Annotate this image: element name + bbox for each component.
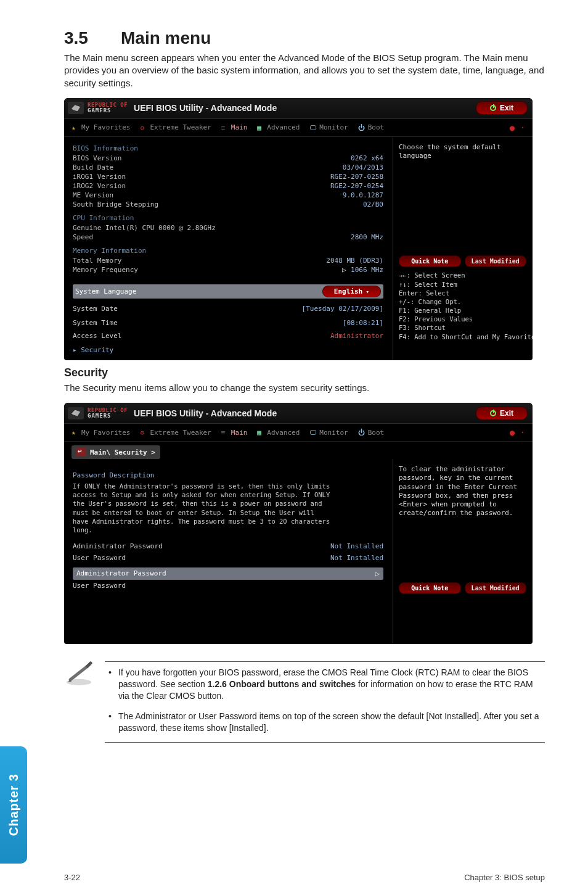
rog-logo-icon bbox=[68, 102, 84, 114]
row-set-user-password[interactable]: User Password bbox=[73, 580, 383, 592]
group-memory-info: Memory Information bbox=[73, 247, 383, 255]
page-footer: 3-22 Chapter 3: BIOS setup bbox=[0, 873, 588, 882]
row-bios-version: BIOS Version0262 x64 bbox=[73, 154, 383, 163]
password-description-title: Password Description bbox=[73, 471, 383, 479]
password-description-text: If ONLY the Administrator's password is … bbox=[73, 482, 332, 534]
tab-advanced[interactable]: Advanced bbox=[257, 429, 300, 437]
power-icon bbox=[490, 105, 496, 111]
row-irog2: iROG2 VersionRGE2-207-0254 bbox=[73, 181, 383, 191]
breadcrumb-text: Main\ Security > bbox=[90, 448, 155, 456]
section-heading: 3.5Main menu bbox=[64, 28, 545, 48]
note-item-1: If you have forgotten your BIOS password… bbox=[105, 667, 545, 702]
exit-label: Exit bbox=[500, 104, 513, 112]
bios-screenshot-security: REPUBLIC OF GAMERS UEFI BIOS Utility - A… bbox=[64, 403, 533, 644]
row-total-memory: Total Memory2048 MB (DDR3) bbox=[73, 256, 383, 265]
note-item-2: The Administrator or User Password items… bbox=[105, 711, 545, 734]
power-icon bbox=[490, 410, 496, 416]
tab-my-favorites[interactable]: My Favorites bbox=[71, 429, 130, 437]
row-admin-password-status: Administrator Password Not Installed bbox=[73, 540, 383, 552]
context-help-2: To clear the administrator password, key… bbox=[399, 465, 526, 518]
bios-titlebar: REPUBLIC OF GAMERS UEFI BIOS Utility - A… bbox=[64, 98, 533, 119]
boot-icon bbox=[358, 124, 365, 131]
row-system-date[interactable]: System Date [Tuesday 02/17/2009] bbox=[73, 305, 383, 313]
row-user-password-status: User Password Not Installed bbox=[73, 552, 383, 564]
tab-monitor[interactable]: Monitor bbox=[309, 429, 348, 437]
row-system-time[interactable]: System Time [08:08:21] bbox=[73, 319, 383, 327]
row-cpu-speed: Speed2800 MHz bbox=[73, 233, 383, 242]
quick-note-button[interactable]: Quick Note bbox=[399, 255, 461, 267]
group-bios-info: BIOS Information bbox=[73, 144, 383, 152]
star-icon bbox=[71, 429, 79, 436]
section-title-text: Main menu bbox=[121, 28, 211, 47]
tab-extreme-tweaker[interactable]: Extreme Tweaker bbox=[140, 429, 211, 437]
bios-right-pane-2: To clear the administrator password, key… bbox=[392, 459, 533, 644]
bios-tab-bar-2: My Favorites Extreme Tweaker Main Advanc… bbox=[64, 424, 533, 442]
row-system-language[interactable]: System Language English bbox=[73, 284, 383, 299]
row-build-date: Build Date03/04/2013 bbox=[73, 163, 383, 172]
bios-tab-bar: My Favorites Extreme Tweaker Main Advanc… bbox=[64, 119, 533, 137]
tab-main[interactable]: Main bbox=[221, 429, 248, 437]
tab-boot[interactable]: Boot bbox=[358, 123, 385, 131]
tab-main[interactable]: Main bbox=[221, 123, 248, 131]
tab-advanced[interactable]: Advanced bbox=[257, 123, 300, 131]
bios-left-pane-2: Password Description If ONLY the Adminis… bbox=[64, 459, 392, 644]
tweaker-icon bbox=[140, 124, 147, 131]
bios-screenshot-main: REPUBLIC OF GAMERS UEFI BIOS Utility - A… bbox=[64, 98, 533, 360]
note-block: If you have forgotten your BIOS password… bbox=[64, 661, 545, 743]
security-desc: The Security menu items allow you to cha… bbox=[64, 382, 545, 394]
row-sb-stepping: South Bridge Stepping02/B0 bbox=[73, 200, 383, 209]
footer-title: Chapter 3: BIOS setup bbox=[464, 873, 545, 882]
system-language-label: System Language bbox=[75, 287, 136, 295]
advanced-icon bbox=[257, 124, 264, 131]
back-icon bbox=[76, 448, 86, 456]
last-modified-button[interactable]: Last Modified bbox=[465, 255, 527, 267]
tab-my-favorites[interactable]: My Favorites bbox=[71, 123, 130, 131]
tab-boot[interactable]: Boot bbox=[358, 429, 385, 437]
bios-window-title: UEFI BIOS Utility - Advanced Mode bbox=[134, 103, 277, 113]
row-me-version: ME Version9.0.0.1287 bbox=[73, 191, 383, 200]
brand-bottom: GAMERS bbox=[88, 413, 128, 419]
breadcrumb-back[interactable]: Main\ Security > bbox=[71, 445, 160, 459]
main-icon bbox=[221, 429, 229, 436]
page-number: 3-22 bbox=[64, 873, 80, 882]
intro-paragraph: The Main menu screen appears when you en… bbox=[64, 52, 545, 89]
main-icon bbox=[221, 124, 229, 131]
row-security-submenu[interactable]: ▸ Security bbox=[73, 346, 383, 354]
key-help-panel: →←: Select Screen ↑↓: Select Item Enter:… bbox=[399, 271, 526, 340]
row-irog1: iROG1 VersionRGE2-207-0258 bbox=[73, 172, 383, 181]
rog-logo-icon bbox=[68, 407, 84, 419]
group-cpu-info: CPU Information bbox=[73, 214, 383, 222]
bios-window-title: UEFI BIOS Utility - Advanced Mode bbox=[134, 408, 277, 418]
bios-titlebar-2: REPUBLIC OF GAMERS UEFI BIOS Utility - A… bbox=[64, 403, 533, 424]
context-help: Choose the system default language bbox=[399, 143, 526, 161]
mode-indicator-icon: ● · bbox=[510, 427, 525, 437]
security-heading: Security bbox=[64, 366, 545, 379]
cursor-icon: ▷ bbox=[342, 266, 346, 274]
language-dropdown[interactable]: English bbox=[322, 286, 381, 297]
last-modified-button[interactable]: Last Modified bbox=[465, 582, 527, 594]
section-number: 3.5 bbox=[64, 28, 121, 48]
row-cpu-name: Genuine Intel(R) CPU 0000 @ 2.80GHz bbox=[73, 223, 383, 233]
chapter-side-tab: Chapter 3 bbox=[0, 746, 27, 864]
monitor-icon bbox=[309, 429, 317, 436]
exit-button[interactable]: Exit bbox=[476, 406, 528, 420]
quick-note-button[interactable]: Quick Note bbox=[399, 582, 461, 594]
mode-indicator-icon: ● · bbox=[510, 123, 525, 133]
tweaker-icon bbox=[140, 429, 147, 436]
bios-left-pane: BIOS Information BIOS Version0262 x64 Bu… bbox=[64, 137, 392, 360]
advanced-icon bbox=[257, 429, 264, 436]
row-access-level: Access Level Administrator bbox=[73, 332, 383, 340]
bios-right-pane: Choose the system default language Quick… bbox=[392, 137, 533, 360]
tab-extreme-tweaker[interactable]: Extreme Tweaker bbox=[140, 123, 211, 131]
monitor-icon bbox=[309, 124, 317, 131]
exit-button[interactable]: Exit bbox=[476, 101, 528, 115]
row-memory-frequency: Memory Frequency▷1066 MHz bbox=[73, 265, 383, 274]
note-icon bbox=[64, 661, 94, 688]
brand-bottom: GAMERS bbox=[88, 108, 128, 113]
exit-label: Exit bbox=[500, 409, 513, 418]
star-icon bbox=[71, 124, 79, 131]
row-set-admin-password[interactable]: Administrator Password bbox=[73, 567, 383, 580]
cursor-icon bbox=[375, 569, 380, 578]
tab-monitor[interactable]: Monitor bbox=[309, 123, 348, 131]
chevron-down-icon bbox=[362, 287, 369, 295]
